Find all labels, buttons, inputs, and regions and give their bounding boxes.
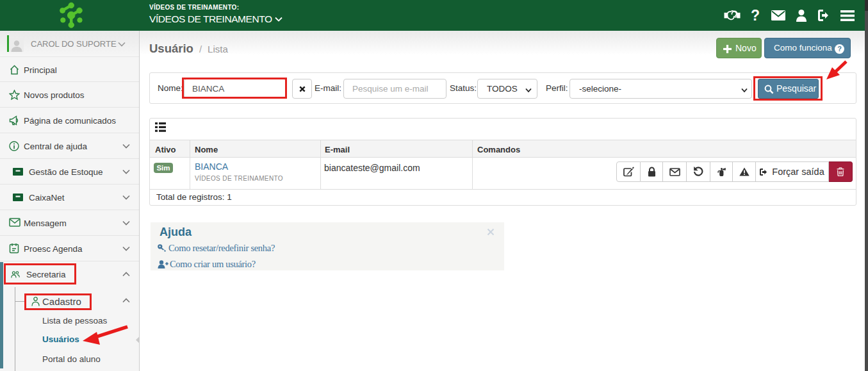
svg-text:?: ? <box>837 45 842 53</box>
